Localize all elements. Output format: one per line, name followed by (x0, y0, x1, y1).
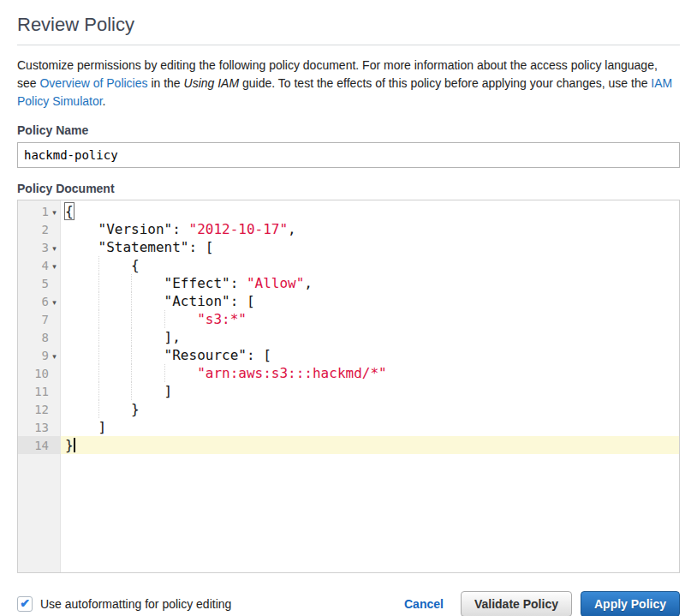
code-line-6[interactable]: "Action": [ (61, 292, 679, 310)
line-number: 14 (34, 439, 49, 452)
intro-part3: guide. To test the effects of this polic… (239, 76, 651, 90)
code-line-11[interactable]: ] (61, 382, 679, 400)
code-text (65, 275, 164, 291)
intro-part4: . (103, 94, 106, 108)
gutter-line-4: 4▾ (18, 256, 60, 274)
code-line-2[interactable]: "Version": "2012-10-17", (61, 220, 679, 238)
editor-gutter: 1▾23▾4▾56▾789▾1011121314 (18, 200, 61, 572)
code-text: : (172, 221, 188, 237)
indent-guide (131, 382, 132, 400)
gutter-line-9: 9▾ (18, 346, 60, 364)
line-number: 6 (42, 295, 49, 308)
fold-arrow-icon[interactable]: ▾ (49, 348, 60, 366)
fold-arrow-icon[interactable]: ▾ (49, 240, 60, 258)
code-line-3[interactable]: "Statement": [ (61, 238, 679, 256)
indent-guide (131, 346, 132, 364)
indent-guide (98, 346, 99, 364)
code-line-8[interactable]: ], (61, 328, 679, 346)
json-string-value: "Allow" (247, 275, 304, 291)
code-line-13[interactable]: ] (61, 418, 679, 436)
policy-name-input[interactable] (17, 142, 680, 168)
code-text: } (65, 437, 74, 453)
indent-guide (98, 310, 99, 328)
code-text: { (65, 257, 140, 273)
fold-arrow-icon[interactable]: ▾ (49, 258, 60, 276)
gutter-line-2: 2 (18, 220, 60, 238)
using-iam-text: Using IAM (184, 76, 240, 90)
indent-guide (131, 310, 132, 328)
line-number: 12 (34, 403, 49, 416)
indent-guide (164, 364, 165, 382)
gutter-line-11: 11 (18, 382, 60, 400)
autoformat-option[interactable]: ✔ Use autoformatting for policy editing (17, 596, 231, 612)
line-number: 11 (34, 385, 49, 398)
indent-guide (131, 328, 132, 346)
code-text: ], (65, 329, 181, 345)
gutter-line-3: 3▾ (18, 238, 60, 256)
code-line-7[interactable]: "s3:*" (61, 310, 679, 328)
gutter-line-10: 10 (18, 364, 60, 382)
validate-policy-button[interactable]: Validate Policy (461, 591, 572, 616)
code-text: ] (65, 419, 106, 435)
json-string-value: "s3:*" (197, 311, 247, 327)
indent-guide (164, 310, 165, 328)
intro-text: Customize permissions by editing the fol… (17, 57, 680, 111)
code-text (65, 239, 98, 255)
line-number: 7 (42, 313, 49, 326)
code-line-12[interactable]: } (61, 400, 679, 418)
code-text: , (288, 221, 296, 237)
line-number: 9 (42, 349, 49, 362)
footer-actions: Cancel Validate Policy Apply Policy (404, 591, 680, 616)
line-number: 5 (42, 277, 49, 290)
json-string-value: "arn:aws:s3:::hackmd/*" (197, 365, 387, 381)
policy-document-label: Policy Document (17, 182, 680, 195)
policy-name-label: Policy Name (17, 123, 680, 137)
gutter-line-14: 14 (18, 436, 60, 454)
policy-document-editor[interactable]: 1▾23▾4▾56▾789▾1011121314 { "Version": "2… (17, 200, 680, 573)
json-key: "Action" (164, 293, 230, 309)
autoformat-label: Use autoformatting for policy editing (40, 597, 231, 611)
footer-bar: ✔ Use autoformatting for policy editing … (17, 591, 680, 616)
code-line-14[interactable]: } (61, 436, 679, 454)
indent-guide (131, 364, 132, 382)
code-text: : [ (230, 293, 255, 309)
gutter-line-13: 13 (18, 418, 60, 436)
code-text (65, 293, 164, 309)
code-line-10[interactable]: "arn:aws:s3:::hackmd/*" (61, 364, 679, 382)
code-line-5[interactable]: "Effect": "Allow", (61, 274, 679, 292)
code-text: , (304, 275, 313, 291)
code-line-9[interactable]: "Resource": [ (61, 346, 679, 364)
indent-guide (98, 382, 99, 400)
indent-guide (98, 256, 99, 274)
review-policy-page: Review Policy Customize permissions by e… (0, 14, 697, 616)
intro-part2: in the (148, 76, 184, 90)
autoformat-checkbox[interactable]: ✔ (17, 596, 33, 612)
code-line-1[interactable]: { (61, 202, 679, 220)
cancel-link[interactable]: Cancel (404, 597, 444, 611)
code-text (65, 221, 98, 237)
code-text: : [ (247, 347, 271, 363)
overview-of-policies-link[interactable]: Overview of Policies (39, 76, 147, 90)
gutter-line-5: 5 (18, 274, 60, 292)
gutter-line-1: 1▾ (18, 202, 60, 220)
line-number: 10 (34, 367, 49, 380)
fold-arrow-icon[interactable]: ▾ (49, 204, 60, 222)
json-key: "Resource" (164, 347, 247, 363)
indent-guide (98, 328, 99, 346)
line-number: 13 (34, 421, 49, 434)
apply-policy-button[interactable]: Apply Policy (581, 591, 680, 616)
editor-code-area[interactable]: { "Version": "2012-10-17", "Statement": … (61, 200, 679, 572)
line-number: 2 (42, 223, 49, 236)
line-number: 3 (42, 241, 49, 254)
check-icon: ✔ (20, 597, 30, 609)
indent-guide (98, 364, 99, 382)
fold-arrow-icon[interactable]: ▾ (49, 294, 60, 312)
indent-guide (98, 274, 99, 292)
code-text: ] (65, 383, 172, 399)
json-key: "Statement" (98, 239, 189, 255)
json-key: "Version" (98, 221, 173, 237)
code-text (65, 347, 164, 363)
text-cursor (74, 438, 75, 452)
json-string-value: "2012-10-17" (189, 221, 289, 237)
code-line-4[interactable]: { (61, 256, 679, 274)
